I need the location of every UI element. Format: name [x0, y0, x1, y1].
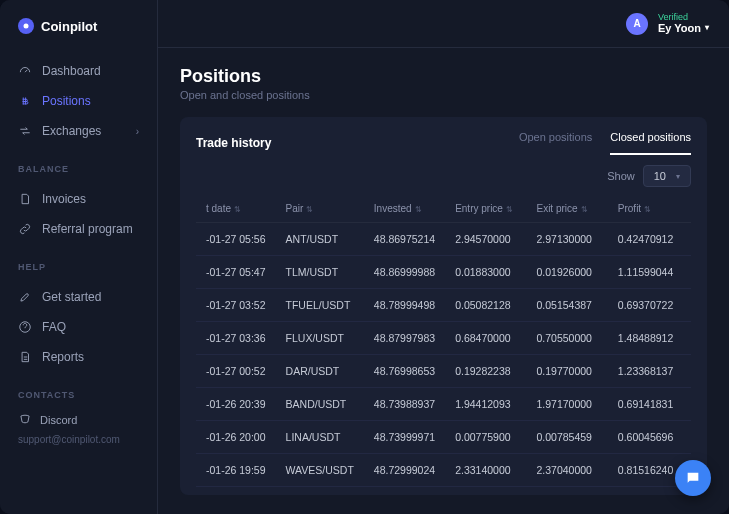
table-cell: 0.14848891 [683, 322, 691, 355]
table-cell: 0.11159904 [683, 256, 691, 289]
brand-name: Coinpilot [41, 19, 97, 34]
sidebar-item-label: Exchanges [42, 124, 101, 138]
nav-help: Get started FAQ Reports [0, 278, 157, 376]
table-cell: TLM/USDT [276, 256, 364, 289]
table-cell: 48.86999988 [364, 256, 445, 289]
gauge-icon [18, 64, 32, 78]
rocket-icon [18, 290, 32, 304]
table-cell: 0.60045696 [608, 421, 683, 454]
table-cell: 1.94412093 [445, 388, 526, 421]
table-cell: 54.04000000 [526, 487, 607, 496]
table-cell: 1.48488912 [608, 322, 683, 355]
table-row[interactable]: -01-26 19:59COMP/USDT48.7382210052.17666… [196, 487, 691, 496]
table-row[interactable]: -01-27 03:36FLUX/USDT48.879979830.684700… [196, 322, 691, 355]
content: Positions Open and closed positions Trad… [158, 48, 729, 514]
table-row[interactable]: -01-26 20:39BAND/USDT48.739889371.944120… [196, 388, 691, 421]
section-balance: BALANCE [0, 150, 157, 180]
question-icon [18, 320, 32, 334]
table-cell: 0.05154387 [526, 289, 607, 322]
brand-logo-icon [18, 18, 34, 34]
table-cell: -01-27 05:47 [196, 256, 276, 289]
column-header[interactable]: Fees⇅ [683, 195, 691, 223]
sidebar-item-reports[interactable]: Reports [0, 342, 157, 372]
table-row[interactable]: -01-26 20:00LINA/USDT48.739999710.007759… [196, 421, 691, 454]
sidebar-item-invoices[interactable]: Invoices [0, 184, 157, 214]
table-cell: 0.00775900 [445, 421, 526, 454]
column-header[interactable]: Profit⇅ [608, 195, 683, 223]
sidebar-item-faq[interactable]: FAQ [0, 312, 157, 342]
section-contacts: CONTACTS [0, 376, 157, 406]
table-row[interactable]: -01-27 03:52TFUEL/USDT48.789994980.05082… [196, 289, 691, 322]
table-cell: DAR/USDT [276, 355, 364, 388]
chevron-down-icon: ▾ [676, 172, 680, 181]
sidebar-item-exchanges[interactable]: Exchanges › [0, 116, 157, 146]
table-cell: WAVES/USDT [276, 454, 364, 487]
sidebar: Coinpilot Dashboard Positions Exchanges … [0, 0, 158, 514]
table-wrap[interactable]: t date⇅Pair⇅Invested⇅Entry price⇅Exit pr… [196, 195, 691, 495]
sidebar-item-positions[interactable]: Positions [0, 86, 157, 116]
table-cell: 48.78999498 [364, 289, 445, 322]
table-cell: 52.17666310 [445, 487, 526, 496]
table-cell: 2.94570000 [445, 223, 526, 256]
table-row[interactable]: -01-27 05:47TLM/USDT48.869999880.0188300… [196, 256, 691, 289]
sidebar-item-dashboard[interactable]: Dashboard [0, 56, 157, 86]
table-row[interactable]: -01-27 00:52DAR/USDT48.769986530.1928223… [196, 355, 691, 388]
column-header[interactable]: Invested⇅ [364, 195, 445, 223]
column-header[interactable]: Entry price⇅ [445, 195, 526, 223]
table-row[interactable]: -01-26 19:59WAVES/USDT48.729990242.33140… [196, 454, 691, 487]
table-cell: -01-27 03:36 [196, 322, 276, 355]
table-cell: 0.69141831 [608, 388, 683, 421]
table-cell: -01-26 19:59 [196, 454, 276, 487]
link-icon [18, 222, 32, 236]
table-cell: -01-27 05:56 [196, 223, 276, 256]
table-row[interactable]: -01-27 05:56ANT/USDT48.869752142.9457000… [196, 223, 691, 256]
username-text: Ey Yoon [658, 22, 701, 34]
table-cell: COMP/USDT [276, 487, 364, 496]
tab-open-positions[interactable]: Open positions [519, 131, 592, 155]
sidebar-item-get-started[interactable]: Get started [0, 282, 157, 312]
document-icon [18, 350, 32, 364]
column-header[interactable]: Exit price⇅ [526, 195, 607, 223]
main: A Verified Ey Yoon ▾ Positions Open and … [158, 0, 729, 514]
nav-main: Dashboard Positions Exchanges › [0, 52, 157, 150]
table-cell: FLUX/USDT [276, 322, 364, 355]
brand: Coinpilot [0, 18, 157, 52]
table-cell: 0.69370722 [608, 289, 683, 322]
table-cell: 0.01883000 [445, 256, 526, 289]
column-header[interactable]: Pair⇅ [276, 195, 364, 223]
chat-fab[interactable] [675, 460, 711, 496]
user-meta[interactable]: Verified Ey Yoon ▾ [658, 13, 709, 35]
support-email: support@coinpilot.com [0, 434, 157, 445]
table-cell: 0.06004570 [683, 421, 691, 454]
table-cell: 48.73988937 [364, 388, 445, 421]
table-cell: 0.06914183 [683, 388, 691, 421]
discord-label: Discord [40, 414, 77, 426]
avatar[interactable]: A [626, 13, 648, 35]
sidebar-item-discord[interactable]: Discord [0, 406, 157, 434]
table-cell: 48.73999971 [364, 421, 445, 454]
table-cell: -01-26 20:00 [196, 421, 276, 454]
position-tabs: Open positions Closed positions [519, 131, 691, 155]
table-header-row: t date⇅Pair⇅Invested⇅Entry price⇅Exit pr… [196, 195, 691, 223]
table-cell: 0.70550000 [526, 322, 607, 355]
sidebar-item-label: FAQ [42, 320, 66, 334]
nav-balance: Invoices Referral program [0, 180, 157, 248]
sidebar-item-label: Positions [42, 94, 91, 108]
table-cell: 48.86975214 [364, 223, 445, 256]
chevron-right-icon: › [136, 126, 139, 137]
sidebar-item-referral[interactable]: Referral program [0, 214, 157, 244]
table-cell: 1.23368137 [608, 355, 683, 388]
table-toolbar: Show 10 ▾ [196, 165, 691, 187]
page-size-select[interactable]: 10 ▾ [643, 165, 691, 187]
table-cell: ANT/USDT [276, 223, 364, 256]
table-cell: 0.12336814 [683, 355, 691, 388]
table-cell: TFUEL/USDT [276, 289, 364, 322]
table-cell: -01-27 03:52 [196, 289, 276, 322]
card-title: Trade history [196, 136, 271, 150]
table-cell: 0.00785459 [526, 421, 607, 454]
table-cell: 0.19282238 [445, 355, 526, 388]
column-header[interactable]: t date⇅ [196, 195, 276, 223]
sidebar-item-label: Referral program [42, 222, 133, 236]
table-cell: -01-26 19:59 [196, 487, 276, 496]
tab-closed-positions[interactable]: Closed positions [610, 131, 691, 155]
